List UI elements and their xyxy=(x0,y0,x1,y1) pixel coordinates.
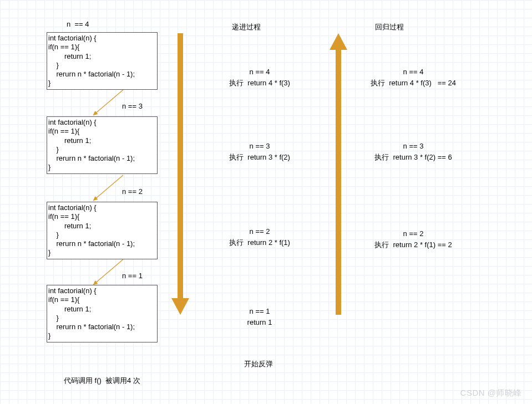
codebox-call-2: int factorial(n) { if(n == 1){ return 1;… xyxy=(47,116,158,174)
caption-call-count: 代码调用 f() 被调用4 次 xyxy=(64,376,140,386)
arrow-call-1-to-2-icon xyxy=(90,89,129,119)
heading-back-process: 回归过程 xyxy=(375,22,404,32)
svg-marker-4 xyxy=(171,298,189,315)
big-arrow-up-icon xyxy=(327,33,349,316)
svg-marker-6 xyxy=(330,33,347,50)
arrow-call-3-to-4-icon xyxy=(90,258,129,288)
big-arrow-down-icon xyxy=(169,33,191,316)
back-step-2: n == 2 执行 return 2 * f(1) == 2 xyxy=(355,228,472,250)
codebox-call-1: int factorial(n) { if(n == 1){ return 1;… xyxy=(47,32,158,90)
label-n4: n == 4 xyxy=(67,20,89,28)
svg-line-1 xyxy=(93,175,123,201)
codebox-call-4: int factorial(n) { if(n == 1){ return 1;… xyxy=(47,285,158,342)
heading-forward-process: 递进过程 xyxy=(232,22,261,32)
forward-step-4: n == 4 执行 return 4 * f(3) xyxy=(215,67,304,88)
forward-step-2: n == 2 执行 return 2 * f(1) xyxy=(215,226,304,248)
label-rebound: 开始反弹 xyxy=(244,359,273,369)
back-step-4: n == 4 执行 return 4 * f(3) == 24 xyxy=(355,67,472,88)
watermark: CSDN @师晓峰 xyxy=(460,388,522,398)
svg-line-2 xyxy=(93,259,123,285)
codebox-call-3: int factorial(n) { if(n == 1){ return 1;… xyxy=(47,202,158,259)
arrow-call-2-to-3-icon xyxy=(90,174,129,204)
svg-line-0 xyxy=(93,90,123,115)
forward-step-1: n == 1 return 1 xyxy=(215,306,304,328)
forward-step-3: n == 3 执行 return 3 * f(2) xyxy=(215,141,304,162)
back-step-3: n == 3 执行 return 3 * f(2) == 6 xyxy=(355,141,472,162)
